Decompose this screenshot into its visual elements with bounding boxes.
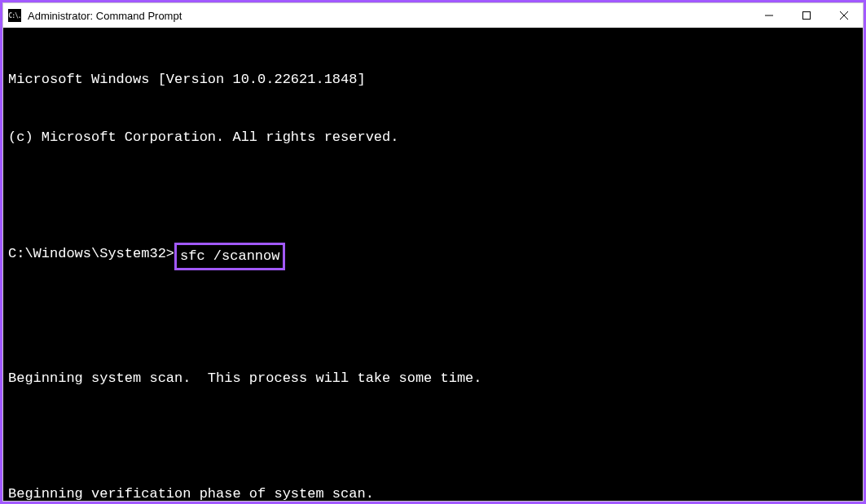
svg-rect-1 [803,12,811,20]
output-line: Beginning verification phase of system s… [8,484,858,501]
highlighted-command: sfc /scannow [174,243,285,270]
blank-line [8,427,858,446]
minimize-icon [765,11,773,20]
maximize-button[interactable] [788,3,825,28]
prompt-line: C:\Windows\System32>sfc /scannow [8,244,858,272]
window-title: Administrator: Command Prompt [28,10,750,22]
terminal-output[interactable]: Microsoft Windows [Version 10.0.22621.18… [3,28,863,501]
cmd-icon-text: C:\. [8,12,20,20]
cmd-icon: C:\. [8,9,21,22]
window-controls [750,3,863,28]
output-line: (c) Microsoft Corporation. All rights re… [8,128,858,147]
blank-line [8,310,858,330]
close-button[interactable] [825,3,863,28]
close-icon [840,11,848,20]
maximize-icon [802,11,811,20]
minimize-button[interactable] [750,3,788,28]
prompt-path: C:\Windows\System32> [8,244,174,272]
output-line: Beginning system scan. This process will… [8,369,858,388]
output-line: Microsoft Windows [Version 10.0.22621.18… [8,70,858,90]
blank-line [8,186,858,205]
command-text: sfc /scannow [180,248,279,264]
command-prompt-window: C:\. Administrator: Command Prompt Micro… [2,2,864,502]
titlebar[interactable]: C:\. Administrator: Command Prompt [3,3,863,28]
